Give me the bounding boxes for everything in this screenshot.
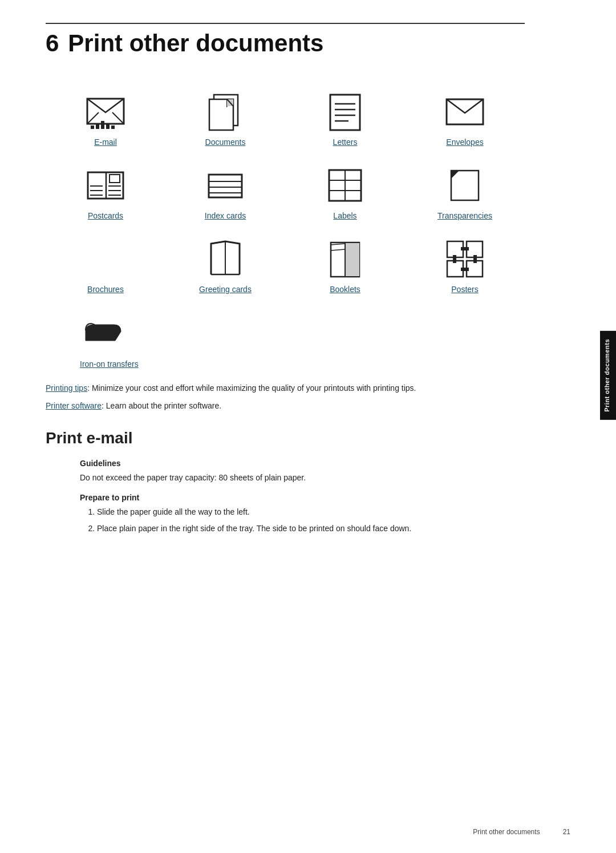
labels-link[interactable]: Labels — [333, 211, 356, 220]
envelopes-link[interactable]: Envelopes — [446, 138, 483, 147]
index-cards-icon — [206, 171, 244, 200]
letters-icon — [328, 92, 362, 131]
chapter-number: 6 — [46, 30, 59, 56]
guidelines-text: Do not exceed the paper tray capacity: 8… — [80, 471, 525, 484]
envelopes-icon-area — [442, 90, 488, 133]
chapter-heading: 6Print other documents — [46, 30, 525, 57]
iron-on-section: Iron-on transfers — [80, 312, 525, 369]
printer-software-link[interactable]: Printer software — [46, 401, 102, 410]
svg-rect-47 — [447, 261, 463, 277]
envelopes-icon — [444, 97, 485, 127]
svg-rect-19 — [110, 175, 120, 183]
svg-rect-26 — [209, 175, 242, 197]
svg-rect-11 — [330, 95, 360, 130]
iron-on-link[interactable]: Iron-on transfers — [80, 359, 139, 369]
labels-icon — [327, 168, 363, 203]
iron-on-icon — [83, 319, 122, 349]
svg-line-2 — [112, 112, 124, 124]
footer-text: Print other documents — [473, 828, 540, 836]
icon-cell-brochures: Brochures — [46, 227, 165, 301]
transparencies-icon — [447, 168, 483, 203]
svg-rect-6 — [106, 123, 110, 129]
svg-rect-4 — [96, 123, 99, 129]
postcards-icon-area — [83, 164, 128, 207]
icon-cell-booklets: Booklets — [285, 227, 405, 301]
email-icon — [85, 93, 126, 130]
icon-cell-labels: Labels — [285, 153, 405, 227]
printing-tips-para: Printing tips: Minimize your cost and ef… — [46, 382, 525, 394]
svg-rect-49 — [461, 247, 469, 250]
booklets-icon — [329, 239, 362, 279]
postcards-icon — [86, 169, 125, 202]
index-cards-icon-area — [202, 164, 248, 207]
posters-link[interactable]: Posters — [451, 285, 478, 294]
svg-line-53 — [95, 342, 96, 345]
icon-cell-email: E-mail — [46, 80, 165, 153]
page-footer: Print other documents 21 — [473, 828, 570, 836]
step-1: Slide the paper guide all the way to the… — [97, 506, 525, 518]
sidebar-tab-label: Print other documents — [603, 339, 610, 412]
booklets-icon-area — [322, 237, 368, 280]
transparencies-link[interactable]: Transparencies — [437, 211, 492, 220]
icon-grid: E-mail Documents — [46, 80, 525, 301]
svg-rect-34 — [451, 171, 479, 200]
letters-icon-area — [322, 90, 368, 133]
footer-page: 21 — [563, 828, 570, 836]
svg-line-54 — [100, 342, 102, 345]
svg-rect-3 — [91, 126, 94, 129]
posters-icon — [445, 239, 485, 279]
postcards-link[interactable]: Postcards — [88, 211, 123, 220]
top-rule — [46, 23, 525, 24]
icon-cell-posters: Posters — [405, 227, 525, 301]
documents-icon — [207, 91, 244, 132]
icon-cell-index-cards: Index cards — [165, 153, 285, 227]
transparencies-icon-area — [442, 164, 488, 207]
steps-list: Slide the paper guide all the way to the… — [97, 506, 525, 535]
greeting-cards-icon — [208, 239, 243, 279]
icon-cell-letters: Letters — [285, 80, 405, 153]
svg-rect-45 — [447, 241, 463, 257]
svg-rect-52 — [473, 255, 477, 263]
svg-rect-51 — [453, 255, 456, 263]
email-link[interactable]: E-mail — [94, 138, 117, 147]
labels-icon-area — [322, 164, 368, 207]
greeting-cards-link[interactable]: Greeting cards — [199, 285, 252, 294]
icon-cell-envelopes: Envelopes — [405, 80, 525, 153]
icon-cell-greeting-cards: Greeting cards — [165, 227, 285, 301]
printer-software-para: Printer software: Learn about the printe… — [46, 400, 525, 412]
svg-rect-42 — [346, 242, 359, 277]
letters-link[interactable]: Letters — [333, 138, 358, 147]
printing-tips-link[interactable]: Printing tips — [46, 383, 87, 393]
svg-line-1 — [87, 112, 99, 124]
info-section: Printing tips: Minimize your cost and ef… — [46, 382, 525, 412]
svg-marker-35 — [451, 171, 459, 179]
svg-rect-50 — [461, 268, 469, 271]
index-cards-link[interactable]: Index cards — [205, 211, 246, 220]
svg-rect-46 — [467, 241, 483, 257]
svg-rect-7 — [111, 126, 115, 129]
email-content: Guidelines Do not exceed the paper tray … — [80, 459, 525, 535]
greeting-cards-icon-area — [202, 237, 248, 280]
printer-software-text: : Learn about the printer software. — [102, 401, 221, 410]
icon-cell-transparencies: Transparencies — [405, 153, 525, 227]
printing-tips-text: : Minimize your cost and effort while ma… — [87, 383, 416, 393]
email-section-heading: Print e-mail — [46, 429, 525, 447]
svg-rect-5 — [101, 121, 104, 129]
icon-cell-documents: Documents — [165, 80, 285, 153]
iron-on-icon-area — [80, 312, 125, 355]
prepare-heading: Prepare to print — [80, 493, 525, 502]
documents-link[interactable]: Documents — [205, 138, 246, 147]
posters-icon-area — [442, 237, 488, 280]
step-2: Place plain paper in the right side of t… — [97, 522, 525, 535]
svg-line-55 — [106, 342, 107, 345]
guidelines-heading: Guidelines — [80, 459, 525, 468]
email-icon-area — [83, 90, 128, 133]
sidebar-tab: Print other documents — [600, 331, 616, 420]
brochures-icon-area — [83, 237, 128, 280]
brochures-link[interactable]: Brochures — [87, 285, 124, 294]
chapter-title: Print other documents — [68, 30, 323, 56]
svg-rect-48 — [467, 261, 483, 277]
booklets-link[interactable]: Booklets — [330, 285, 360, 294]
documents-icon-area — [202, 90, 248, 133]
icon-cell-postcards: Postcards — [46, 153, 165, 227]
